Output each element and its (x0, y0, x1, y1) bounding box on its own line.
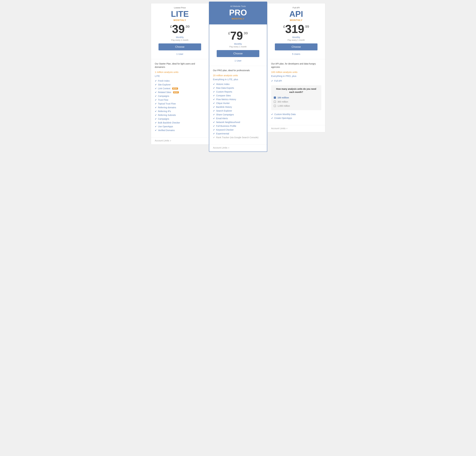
check-icon: ✔ (155, 91, 157, 93)
list-item: ✔Use OpenApps (155, 125, 205, 128)
list-item: ✔Campaigns (155, 94, 205, 98)
plan-body-lite: Our Starter Plan, ideal for light users … (151, 59, 209, 137)
plan-card-pro: All Website Tools PRO MONTHLY £ 79 .99 M… (209, 2, 267, 152)
check-icon: ✔ (213, 136, 215, 139)
list-item: ✔Experimental (213, 132, 263, 135)
check-icon: ✔ (213, 125, 215, 127)
check-icon: ✔ (155, 106, 157, 109)
units-option-1000m[interactable]: 1,000 million (274, 104, 319, 108)
billing-note-api: Pay every 1 month (271, 39, 321, 41)
pricing-container: Lowest Price LITE MONTHLY £ 39 .99 Month… (151, 3, 325, 152)
user-count-api: 5 Users (271, 53, 321, 57)
list-item: ✔Full Business Profile (213, 124, 263, 128)
list-item: ✔Bulk Backlink Checker (155, 121, 205, 125)
choose-button-api[interactable]: Choose (275, 43, 317, 51)
chevron-down-icon-lite: ∨ (170, 140, 171, 142)
plan-description-lite: Our Starter Plan, ideal for light users … (155, 62, 205, 69)
plan-description-pro: Our PRO plan, ideal for professionals (213, 69, 263, 72)
list-item: ✔Site Explorer (155, 83, 205, 86)
plan-period-api: MONTHLY (271, 19, 321, 21)
check-icon: ✔ (155, 80, 157, 82)
list-item: ✔Referring domains (155, 106, 205, 109)
check-icon: ✔ (271, 117, 273, 119)
currency-api: £ (283, 25, 285, 29)
check-icon: ✔ (213, 87, 215, 89)
tier-label-lite: LITE (155, 75, 205, 77)
account-limits-pro[interactable]: Account Limits ∨ (209, 144, 267, 152)
list-item: ✔Network Neighbourhood (213, 120, 263, 124)
list-item: ✔Rank Tracker (via Google Search Console… (213, 135, 263, 139)
check-icon: ✔ (213, 121, 215, 124)
feature-list-api-extra: ✔Custom Monthly Data ✔Create OpenApps (271, 112, 321, 120)
check-icon: ✔ (213, 102, 215, 104)
check-icon: ✔ (155, 114, 157, 116)
radio-300m (274, 101, 276, 103)
list-item: ✔Custom Monthly Data (271, 112, 321, 116)
check-icon: ✔ (155, 87, 157, 90)
check-icon: ✔ (213, 98, 215, 101)
plan-period-pro: MONTHLY (213, 17, 263, 20)
units-label-1000m: 1,000 million (278, 105, 290, 107)
plan-price-api: £ 319 .99 (271, 23, 321, 35)
check-icon: ✔ (271, 80, 273, 82)
list-item: ✔Search Explorer (213, 109, 263, 113)
feature-list-pro: ✔Historic Index ✔Raw Data Exports ✔Custo… (213, 82, 263, 139)
currency-lite: £ (170, 25, 172, 29)
units-option-300m[interactable]: 300 million (274, 100, 319, 104)
price-cents-pro: .99 (243, 31, 248, 35)
check-icon: ✔ (155, 95, 157, 97)
plan-header-pro: All Website Tools PRO MONTHLY (209, 2, 267, 25)
plan-body-api: Our API plan, for developers and data-hu… (267, 59, 325, 125)
list-item: ✔Trust Flow (155, 98, 205, 102)
new-badge: NEW! (172, 87, 178, 90)
feature-list-api: ✔Full API (271, 79, 321, 83)
price-main-api: 319 (285, 23, 304, 35)
choose-button-lite[interactable]: Choose (159, 43, 201, 51)
account-limits-label-pro: Account Limits (213, 146, 228, 149)
account-limits-lite[interactable]: Account Limits ∨ (151, 137, 209, 144)
list-item: ✔Compare Sites (213, 94, 263, 97)
plan-price-section-pro: £ 79 .99 Monthly Pay every 1 month Choos… (209, 25, 267, 66)
check-icon: ✔ (213, 83, 215, 85)
plan-header-api: Full API API MONTHLY £ 319 .99 Monthly P… (267, 3, 325, 59)
plan-price-pro: £ 79 .99 (213, 30, 263, 41)
list-item: ✔Related SitesNEW! (155, 90, 205, 94)
billing-link-pro[interactable]: Monthly (213, 43, 263, 45)
choose-button-pro[interactable]: Choose (217, 50, 259, 57)
plan-period-lite: MONTHLY (155, 19, 205, 21)
list-item: ✔Share Campaigns (213, 113, 263, 117)
units-option-100m[interactable]: 100 million (274, 96, 319, 100)
list-item: ✔Referring Subnets (155, 113, 205, 117)
currency-pro: £ (228, 31, 230, 35)
units-label-100m: 100 million (278, 96, 289, 99)
list-item: ✔Keyword Checker (213, 128, 263, 132)
check-icon: ✔ (155, 110, 157, 112)
check-icon: ✔ (213, 113, 215, 116)
billing-link-lite[interactable]: Monthly (155, 36, 205, 39)
plan-body-pro: Our PRO plan, ideal for professionals 20… (209, 66, 267, 144)
check-icon: ✔ (155, 121, 157, 124)
billing-link-api[interactable]: Monthly (271, 36, 321, 39)
user-count-lite: 1 User (155, 53, 205, 57)
plan-header-lite: Lowest Price LITE MONTHLY £ 39 .99 Month… (151, 3, 209, 59)
account-limits-api[interactable]: Account Limits ∨ (267, 125, 325, 132)
check-icon: ✔ (213, 128, 215, 131)
plan-description-api: Our API plan, for developers and data-hu… (271, 62, 321, 69)
billing-note-pro: Pay every 1 month (213, 45, 263, 48)
list-item: ✔Referring IPs (155, 109, 205, 113)
tier-label-pro: Everything in LITE, plus (213, 78, 263, 81)
units-selector-title: How many analysis units do you need each… (274, 87, 319, 94)
check-icon: ✔ (155, 125, 157, 128)
check-icon: ✔ (213, 91, 215, 93)
list-item: ✔Clique Hunter (213, 101, 263, 105)
plan-subtitle-pro: All Website Tools (213, 5, 263, 8)
list-item: ✔Fresh Index (155, 79, 205, 83)
list-item: ✔Link ContextNEW! (155, 86, 205, 90)
analysis-units-api: 100 million analysis units (271, 71, 321, 73)
analysis-units-pro: 20 million analysis units (213, 74, 263, 77)
account-limits-label-api: Account Limits (271, 127, 286, 130)
check-icon: ✔ (213, 110, 215, 112)
radio-1000m (274, 105, 276, 107)
plan-name-lite: LITE (155, 10, 205, 18)
check-icon: ✔ (271, 113, 273, 116)
